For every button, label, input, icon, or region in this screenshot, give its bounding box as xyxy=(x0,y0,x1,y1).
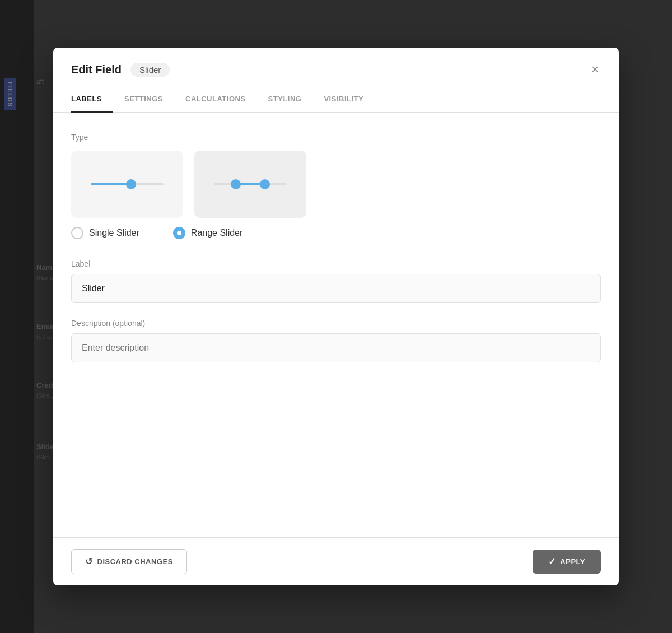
apply-button[interactable]: ✓ APPLY xyxy=(533,550,601,574)
modal-footer: ↺ DISCARD CHANGES ✓ APPLY xyxy=(53,537,619,585)
slider-thumb-single xyxy=(126,179,136,189)
type-section: Type xyxy=(71,133,601,239)
description-field-label: Description (optional) xyxy=(71,319,601,328)
single-slider-label: Single Slider xyxy=(89,228,139,238)
tab-labels[interactable]: LABELS xyxy=(71,87,113,113)
tab-calculations[interactable]: CALCULATIONS xyxy=(174,87,257,113)
radio-options: Single Slider Range Slider xyxy=(71,227,601,239)
single-slider-preview xyxy=(91,181,164,188)
radio-circle-range xyxy=(173,227,185,239)
close-button[interactable]: × xyxy=(589,61,601,78)
range-slider-label: Range Slider xyxy=(191,228,243,238)
discard-icon: ↺ xyxy=(85,556,93,567)
single-slider-card[interactable] xyxy=(71,151,183,218)
radio-single-slider[interactable]: Single Slider xyxy=(71,227,139,239)
range-slider-preview xyxy=(214,181,287,188)
description-section: Description (optional) xyxy=(71,319,601,362)
modal-badge: Slider xyxy=(130,63,170,77)
description-input[interactable] xyxy=(71,333,601,362)
apply-icon: ✓ xyxy=(548,556,556,567)
type-options xyxy=(71,151,601,218)
slider-thumb-range-left xyxy=(231,179,241,189)
modal-backdrop: Edit Field Slider × LABELS SETTINGS CALC… xyxy=(0,0,672,633)
modal-header: Edit Field Slider × xyxy=(53,48,619,78)
discard-label: DISCARD CHANGES xyxy=(97,557,173,566)
tab-settings[interactable]: SETTINGS xyxy=(113,87,174,113)
radio-circle-single xyxy=(71,227,83,239)
slider-fill-single xyxy=(91,183,131,185)
discard-button[interactable]: ↺ DISCARD CHANGES xyxy=(71,549,187,574)
slider-thumb-range-right xyxy=(260,179,270,189)
label-section: Label xyxy=(71,259,601,303)
label-input[interactable] xyxy=(71,274,601,303)
range-slider-card[interactable] xyxy=(194,151,306,218)
modal-body: Type xyxy=(53,113,619,537)
apply-label: APPLY xyxy=(560,557,585,566)
modal-title: Edit Field xyxy=(71,63,122,76)
radio-range-slider[interactable]: Range Slider xyxy=(173,227,243,239)
edit-field-modal: Edit Field Slider × LABELS SETTINGS CALC… xyxy=(53,48,619,585)
tab-visibility[interactable]: VISIBILITY xyxy=(312,87,375,113)
label-field-label: Label xyxy=(71,259,601,268)
modal-tabs: LABELS SETTINGS CALCULATIONS STYLING VIS… xyxy=(53,87,619,113)
type-label: Type xyxy=(71,133,601,142)
tab-styling[interactable]: STYLING xyxy=(257,87,313,113)
